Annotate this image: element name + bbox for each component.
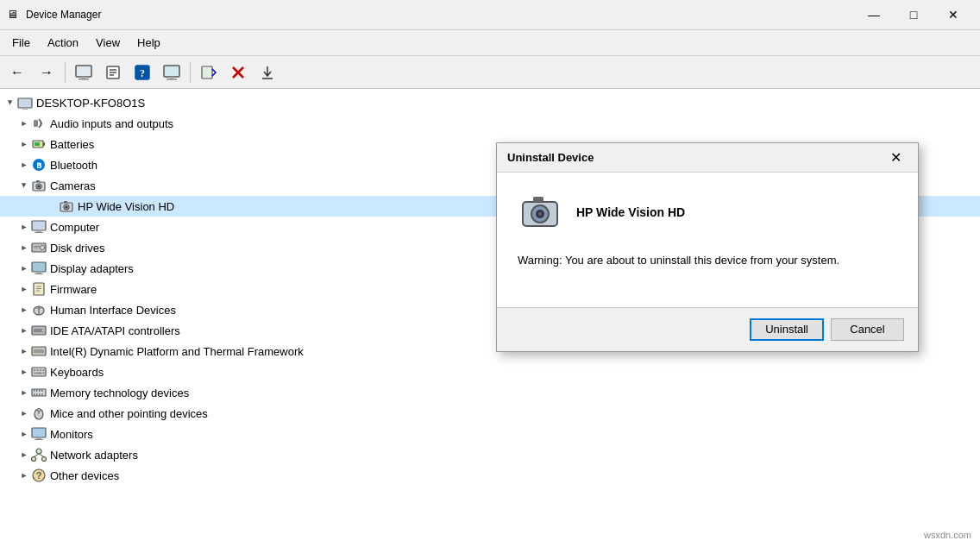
computer-icon (31, 219, 47, 235)
help-button[interactable]: ? (129, 60, 156, 85)
audio-icon (31, 116, 47, 131)
delete-button[interactable] (224, 60, 252, 85)
network-label: Network adapters (50, 449, 138, 462)
ide-label: IDE ATA/ATAPI controllers (50, 324, 180, 337)
network-arrow: ► (17, 448, 31, 462)
svg-rect-68 (36, 393, 38, 396)
svg-rect-37 (34, 246, 40, 248)
display-adapter-icon (31, 261, 47, 276)
svg-rect-60 (36, 373, 42, 374)
svg-rect-0 (76, 66, 91, 77)
svg-rect-39 (32, 262, 46, 272)
dialog-title: Uninstall Device (507, 151, 883, 164)
other-label: Other devices (50, 469, 119, 482)
tree-item-mice[interactable]: ► Mice and other pointing devices (0, 403, 980, 424)
monitors-label: Monitors (50, 428, 93, 441)
display-arrow: ► (17, 261, 31, 275)
svg-rect-58 (43, 369, 45, 371)
display-label: Display adapters (50, 262, 134, 275)
svg-point-79 (42, 457, 47, 462)
svg-rect-74 (32, 428, 46, 437)
svg-rect-27 (36, 180, 40, 182)
properties-button[interactable] (99, 60, 127, 85)
forward-button[interactable]: → (33, 60, 60, 85)
disk-icon (31, 240, 47, 255)
svg-text:?: ? (140, 67, 145, 79)
svg-rect-17 (22, 108, 28, 110)
svg-rect-70 (41, 393, 43, 396)
dialog-device-name: HP Wide Vision HD (576, 205, 685, 219)
svg-point-36 (41, 246, 45, 250)
svg-line-81 (39, 454, 44, 457)
display-button[interactable] (158, 60, 185, 85)
svg-rect-69 (39, 393, 41, 396)
dialog-close-button[interactable]: ✕ (883, 146, 908, 170)
svg-rect-75 (36, 437, 41, 439)
tree-item-keyboards[interactable]: ► Keyboards (0, 362, 980, 382)
monitors-arrow: ► (17, 427, 31, 441)
svg-text:ʙ: ʙ (36, 160, 42, 170)
toolbar-separator-2 (190, 62, 191, 83)
computer-button[interactable] (70, 60, 97, 85)
batteries-icon (31, 136, 47, 152)
tree-root[interactable]: ► DESKTOP-KFO8O1S (0, 92, 980, 113)
audio-label: Audio inputs and outputs (50, 117, 173, 130)
menu-view[interactable]: View (87, 33, 129, 53)
svg-rect-38 (34, 248, 38, 249)
intel-arrow: ► (17, 344, 31, 358)
update-button[interactable] (195, 60, 223, 85)
menu-file[interactable]: File (3, 33, 39, 53)
firmware-label: Firmware (50, 283, 97, 296)
tree-item-other[interactable]: ► ? Other devices (0, 465, 980, 486)
cancel-button[interactable]: Cancel (831, 318, 904, 341)
svg-rect-65 (39, 389, 41, 392)
back-button[interactable]: ← (3, 60, 31, 85)
svg-point-51 (42, 330, 45, 332)
svg-rect-32 (32, 221, 46, 230)
cameras-label: Cameras (50, 179, 96, 192)
download-button[interactable] (254, 60, 281, 85)
uninstall-dialog: Uninstall Device ✕ HP Wide Vision HD War… (496, 142, 919, 352)
ide-icon (31, 323, 47, 338)
svg-rect-21 (35, 142, 40, 146)
svg-rect-66 (41, 389, 43, 392)
svg-rect-59 (34, 373, 35, 374)
disk-arrow: ► (17, 241, 31, 255)
svg-point-73 (37, 409, 41, 412)
maximize-button[interactable]: □ (894, 0, 933, 30)
svg-rect-61 (43, 373, 45, 374)
hid-arrow: ► (17, 303, 31, 317)
bluetooth-label: Bluetooth (50, 159, 97, 172)
intel-icon (31, 343, 47, 359)
toolbar-separator-1 (65, 62, 66, 83)
tree-item-network[interactable]: ► Network adapters (0, 444, 980, 465)
ide-arrow: ► (17, 324, 31, 337)
batteries-label: Batteries (50, 138, 94, 151)
close-button[interactable]: ✕ (933, 0, 973, 30)
monitors-icon (31, 426, 47, 442)
svg-point-26 (38, 185, 41, 188)
hp-camera-icon (59, 198, 74, 214)
other-arrow: ► (17, 468, 31, 482)
svg-rect-54 (32, 368, 46, 376)
svg-point-77 (36, 449, 41, 454)
svg-rect-53 (34, 349, 44, 353)
svg-text:?: ? (36, 470, 42, 481)
tree-item-monitors[interactable]: ► Monitors (0, 424, 980, 444)
memory-label: Memory technology devices (50, 387, 189, 399)
dialog-footer: Uninstall Cancel (497, 307, 918, 351)
app-icon: 🖥 (7, 8, 21, 22)
svg-rect-9 (164, 66, 179, 77)
menu-help[interactable]: Help (129, 33, 169, 53)
dialog-device-row: HP Wide Vision HD (518, 190, 897, 235)
svg-rect-31 (64, 201, 67, 203)
uninstall-button[interactable]: Uninstall (750, 318, 824, 341)
svg-rect-10 (169, 77, 174, 79)
minimize-button[interactable]: — (854, 0, 894, 30)
bluetooth-icon: ʙ (31, 157, 47, 173)
svg-rect-33 (36, 230, 41, 232)
menu-action[interactable]: Action (39, 33, 87, 53)
svg-point-78 (32, 457, 36, 462)
tree-item-memory[interactable]: ► Memory technology devices (0, 382, 980, 403)
tree-item-audio[interactable]: ► Audio inputs and outputs (0, 113, 980, 134)
